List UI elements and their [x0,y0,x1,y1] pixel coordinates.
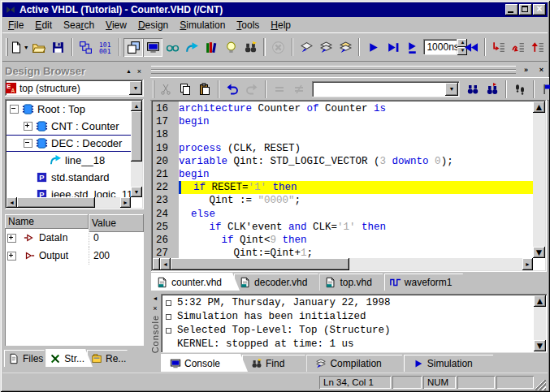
code-line[interactable]: if CLK'event and CLK='1' then [179,221,533,234]
code-line[interactable]: begin [179,115,533,128]
run-for-button[interactable] [383,38,402,57]
run-until-button[interactable] [402,38,422,57]
scroll-down-button[interactable]: ▼ [533,247,545,258]
expander-icon[interactable] [7,252,16,261]
block-diagram-button[interactable] [76,38,96,57]
menu-edit[interactable]: Edit [29,19,58,32]
close-panel-button[interactable]: × [134,67,145,76]
console-tab-simulation[interactable]: Simulation [404,355,500,372]
execute-macro-button[interactable] [182,38,201,57]
close-button[interactable]: × [533,4,546,15]
menu-file[interactable]: File [2,19,29,32]
menu-tools[interactable]: Tools [231,19,265,32]
tree-item-ieee-std-logic-1164[interactable]: Pieee.std_logic_1164 [6,186,131,197]
table-row[interactable]: DataIn0 [5,229,144,247]
minimize-button[interactable] [505,4,518,15]
scroll-thumb[interactable] [17,197,95,208]
scroll-thumb[interactable] [131,111,142,162]
collapse-console-button[interactable]: ◄ [150,294,161,304]
code-line-current[interactable]: if RESET='1' then [179,181,533,194]
compile-all-button[interactable] [316,38,336,57]
document-dock-bar[interactable]: » × [151,64,547,75]
editor-vertical-scrollbar[interactable]: ▲ ▼ [533,101,545,258]
restart-simulation-button[interactable] [461,38,481,57]
cut-button[interactable] [156,80,175,98]
code-editor[interactable]: 161718192021222324252627 architecture Co… [151,100,547,272]
expander-icon[interactable] [7,234,16,243]
find-in-files-button[interactable] [240,38,260,57]
tree-item-std-standard[interactable]: Pstd.standard [6,169,131,186]
document-tab-waveform1[interactable]: waveform1 [384,274,470,291]
toolbar-grip[interactable] [153,80,154,98]
scroll-right-button[interactable]: ► [522,258,533,270]
hdl-editor-button[interactable]: 101001 [96,38,115,57]
compare-button[interactable] [270,80,289,98]
trace-out-button[interactable] [528,38,548,57]
find-button[interactable] [463,80,483,98]
document-tab-decoder-vhd[interactable]: decoder.vhd [234,274,325,291]
design-browser-toggle-button[interactable] [123,38,143,57]
dock-grip[interactable] [151,66,516,74]
code-line[interactable]: variable Qint: STD_LOGIC_VECTOR (3 downt… [179,155,533,168]
code-line[interactable]: begin [179,168,533,181]
combo-dropdown-button[interactable]: ▼ [445,83,458,96]
code-line[interactable]: process (CLK, RESET) [179,142,533,155]
code-area[interactable]: architecture Counter of Counter isbeginp… [179,101,533,258]
combo-dropdown-button[interactable]: ▼ [129,81,142,95]
trace-into-button[interactable] [489,38,509,57]
undo-button[interactable] [223,80,242,98]
redo-button[interactable] [242,80,262,98]
code-line[interactable]: Qint := "0000"; [179,194,533,207]
search-combo-input[interactable] [314,83,444,96]
trace-over-button[interactable] [509,38,528,57]
toolbar-grip[interactable] [6,38,8,56]
menu-design[interactable]: Design [132,19,174,32]
scroll-up-button[interactable]: ▲ [131,101,142,111]
console-vertical-scrollbar[interactable]: ▲ ▼ [534,295,546,351]
scroll-left-button[interactable]: ◄ [160,258,171,270]
pin-button[interactable]: ▲ [123,67,134,76]
watch-button[interactable] [162,38,182,57]
column-header-name[interactable]: Name [5,214,89,229]
code-line[interactable]: Qint:=Qint+1; [179,247,533,258]
new-document-button[interactable]: ▼ [10,38,29,57]
menu-search[interactable]: Search [58,19,100,32]
tree-item-dec-decoder[interactable]: DEC : Decoder [6,135,131,152]
tree-item-line-18[interactable]: line__18 [6,152,131,169]
close-console-button[interactable]: × [150,304,161,313]
scroll-left-button[interactable]: ◄ [6,197,17,208]
code-line[interactable] [179,128,533,141]
open-button[interactable] [29,38,49,57]
code-line[interactable]: architecture Counter of Counter is [179,102,533,115]
tree-item-root-top[interactable]: Root : Top [6,101,131,118]
console-tab-compilation[interactable]: Compilation [306,355,409,372]
tree-item-cnt-counter[interactable]: CNT : Counter [6,118,131,135]
scroll-up-button[interactable]: ▲ [533,101,545,113]
split-pane-handle[interactable] [153,258,160,270]
console-output[interactable]: 5:32 PM, Thursday, January 22, 1998Simul… [161,294,548,353]
simulation-time-input[interactable]: ▲▼ [423,39,457,55]
console-toggle-button[interactable] [143,38,162,57]
find-next-button[interactable] [483,80,502,98]
code-line[interactable]: if Qint<9 then [179,234,533,247]
editor-horizontal-scrollbar[interactable]: ◄ ► [153,258,533,270]
resize-grip[interactable] [535,380,546,390]
run-button[interactable] [363,38,383,57]
trace-session-button[interactable] [510,80,530,98]
document-tab-top-vhd[interactable]: top.vhd [319,274,389,291]
menu-view[interactable]: View [100,19,132,32]
menu-simulation[interactable]: Simulation [174,19,231,32]
compile-order-button[interactable] [336,38,355,57]
scroll-up-button[interactable]: ▲ [534,295,546,307]
scroll-thumb[interactable] [534,306,546,321]
menu-help[interactable]: Help [265,19,297,32]
copy-button[interactable] [175,80,195,98]
search-combo[interactable]: ▼ [312,81,460,97]
browser-tab-files[interactable]: Files [4,350,51,367]
table-row[interactable]: Output200 [5,247,144,265]
tree-vertical-scrollbar[interactable]: ▲ ▼ [131,101,142,197]
tree-horizontal-scrollbar[interactable]: ◄ ► [6,197,131,208]
simulation-time-input[interactable] [427,41,457,53]
expander-icon[interactable] [10,105,19,114]
console-tab-console[interactable]: Console [161,354,248,372]
